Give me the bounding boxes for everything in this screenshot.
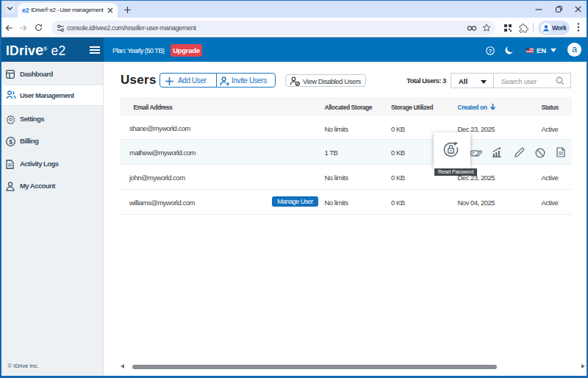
svg-text:$: $ xyxy=(9,138,12,145)
svg-text:?: ? xyxy=(488,47,492,54)
